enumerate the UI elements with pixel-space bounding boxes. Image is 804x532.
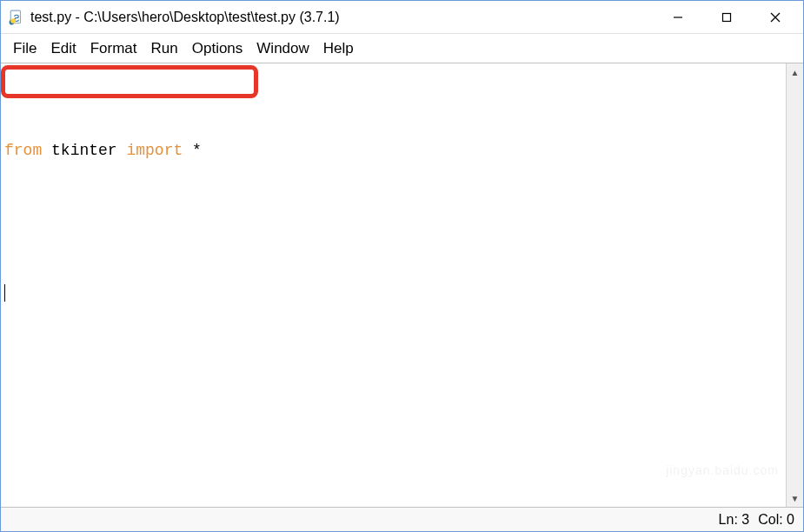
token-import-keyword: import	[126, 138, 183, 163]
titlebar: test.py - C:\Users\hero\Desktop\test\tes…	[1, 1, 803, 34]
close-button[interactable]	[751, 1, 800, 33]
token-module-name: tkinter	[51, 138, 117, 163]
code-line-2	[4, 211, 782, 236]
editor-area: from tkinter import * ▲ ▼ jingyan.baidu.…	[1, 63, 803, 507]
menu-run[interactable]: Run	[144, 37, 185, 61]
vertical-scrollbar[interactable]: ▲ ▼	[786, 63, 803, 507]
text-cursor	[4, 284, 5, 302]
menubar: File Edit Format Run Options Window Help	[1, 34, 803, 63]
minimize-button[interactable]	[654, 1, 702, 33]
menu-format[interactable]: Format	[83, 37, 144, 61]
window-controls	[654, 1, 800, 33]
scroll-down-arrow-icon[interactable]: ▼	[787, 489, 803, 507]
svg-point-2	[10, 18, 16, 23]
maximize-button[interactable]	[702, 1, 751, 33]
menu-file[interactable]: File	[6, 37, 43, 61]
close-icon	[770, 12, 781, 23]
menu-window[interactable]: Window	[249, 37, 316, 61]
scroll-up-arrow-icon[interactable]: ▲	[787, 63, 803, 81]
token-star: *	[192, 138, 202, 163]
menu-edit[interactable]: Edit	[43, 37, 83, 61]
maximize-icon	[721, 12, 732, 23]
menu-options[interactable]: Options	[185, 37, 250, 61]
annotation-highlight-box	[1, 65, 258, 98]
code-line-3	[4, 284, 782, 302]
menu-help[interactable]: Help	[316, 37, 361, 61]
app-icon	[8, 9, 25, 26]
statusbar: Ln: 3 Col: 0	[1, 507, 803, 531]
code-line-1: from tkinter import *	[4, 138, 782, 163]
minimize-icon	[673, 12, 683, 23]
token-from-keyword: from	[4, 138, 42, 163]
status-line: Ln: 3	[719, 512, 750, 528]
code-editor[interactable]: from tkinter import *	[1, 63, 786, 507]
status-column: Col: 0	[758, 512, 794, 528]
window-title: test.py - C:\Users\hero\Desktop\test\tes…	[30, 10, 654, 25]
svg-rect-4	[723, 13, 731, 21]
